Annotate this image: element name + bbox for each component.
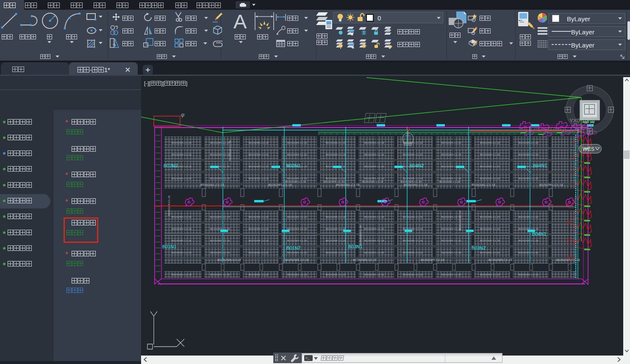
svg-text:B01N2W5-C1-26: B01N2W5-C1-26 [172,239,191,242]
svg-text:B01N2W5-C1-20: B01N2W5-C1-20 [249,228,269,230]
svg-text:B03N1: B03N1 [348,244,363,249]
svg-text:B04N1: B04N1 [533,163,547,168]
svg-text:B02N2W5-C2-18: B02N2W5-C2-18 [210,153,230,156]
svg-text:B01N2W5-C1-20: B01N2W5-C1-20 [326,239,346,242]
svg-text:B01N2W5-C1-20: B01N2W5-C1-20 [210,142,230,144]
svg-text:B01N2W5-C1-26: B01N2W5-C1-26 [401,180,422,183]
svg-text:B02N2W5-C2-18: B02N2W5-C2-18 [441,153,461,156]
svg-text:B01N2W5-C1-26: B01N2W5-C1-26 [364,251,384,254]
svg-text:B04N1: B04N1 [532,231,547,236]
svg-text:B03N2: B03N2 [472,245,486,250]
svg-text:B01N2W5-C1-26: B01N2W5-C1-26 [403,177,423,180]
svg-text:B01N2W5-C1-20: B01N2W5-C1-20 [287,251,307,254]
svg-text:B01N2W5-C1-20: B01N2W5-C1-20 [326,142,346,144]
svg-text:B02N2: B02N2 [164,163,178,168]
svg-text:B02N2W5-C2-18: B02N2W5-C2-18 [364,142,384,144]
svg-text:B01N2W5-C1-26: B01N2W5-C1-26 [364,153,384,156]
svg-text:B01N2W5-C1-26: B01N2W5-C1-26 [480,153,500,156]
svg-text:B02N2W5-C2-18: B02N2W5-C2-18 [210,216,230,218]
svg-text:B01N2W5-C1-20: B01N2W5-C1-20 [439,180,461,183]
svg-text:B01N2W5-C1-20: B01N2W5-C1-20 [287,216,307,218]
svg-text:B01N2W5-C1-20: B01N2W5-C1-20 [441,142,461,144]
svg-text:B01N2W5-C1-20: B01N2W5-C1-20 [480,273,500,276]
svg-text:B02N2W5-C2-18: B02N2W5-C2-18 [287,273,307,276]
svg-text:B04N2: B04N2 [410,163,424,168]
svg-text:B02N2W5-C2-18: B02N2W5-C2-18 [480,142,500,144]
svg-text:B01N2W5-C1-26: B01N2W5-C1-26 [287,177,307,180]
svg-text:B01N2W5-C1-26: B01N2W5-C1-26 [480,251,500,254]
svg-text:B02N2W5-C2-18: B02N2W5-C2-18 [285,258,309,261]
svg-text:B02N2W5-C2-18: B02N2W5-C2-18 [364,239,384,242]
svg-text:B02N2W5-C2-18: B02N2W5-C2-18 [480,177,500,180]
svg-text:B01N2W5-C1-20: B01N2W5-C1-20 [326,177,346,180]
svg-text:B03N2W5-C1-18: B03N2W5-C1-18 [359,225,362,245]
svg-text:B01N2W5-C1-20: B01N2W5-C1-20 [172,153,191,156]
svg-text:B02N2W5-C2-18: B02N2W5-C2-18 [249,177,269,180]
svg-text:B01N2: B01N2 [286,245,301,250]
svg-text:B01N2W5-C1-20: B01N2W5-C1-20 [364,273,384,276]
svg-text:φ: φ [181,111,185,118]
svg-text:B01N2W5-C1-20: B01N2W5-C1-20 [364,165,384,168]
svg-text:B01N2W5-C1-20: B01N2W5-C1-20 [480,165,500,168]
svg-text:B02N2W1-C2-18: B02N2W1-C2-18 [539,183,563,186]
svg-text:B02N2W5-C2-18: B02N2W5-C2-18 [326,216,346,218]
svg-text:B03N2W5-C2-18: B03N2W5-C2-18 [458,210,461,231]
svg-text:B02N2W1-C2-18: B02N2W1-C2-18 [268,183,292,186]
svg-text:B02N2W1-C2-18: B02N2W1-C2-18 [336,183,360,186]
svg-text:B02N2W5-C2-18: B02N2W5-C2-18 [364,177,384,180]
svg-text:B02N2W5-C2-18: B02N2W5-C2-18 [326,251,346,254]
svg-text:B01N2W5-C1-20: B01N2W5-C1-20 [519,251,538,254]
svg-text:B01N2W5-C1-20: B01N2W5-C1-20 [210,239,230,242]
svg-text:B01N2W5-C1-26: B01N2W5-C1-26 [441,273,461,276]
svg-text:B01N2W5-C1-26: B01N2W5-C1-26 [249,153,269,156]
svg-text:B01N2W5-C1-26: B01N2W5-C1-26 [403,239,423,242]
svg-text:B01N2W5-C1-20: B01N2W5-C1-20 [324,180,345,183]
svg-text:B01N2W5-C1-26: B01N2W5-C1-26 [249,251,269,254]
svg-text:B02N2W5-C2-18: B02N2W5-C2-18 [403,273,423,276]
svg-text:B02N2W5-C2-18: B02N2W5-C2-18 [172,273,191,276]
svg-text:B02N2W5-C2-18: B02N2W5-C2-18 [287,228,307,230]
svg-text:B01N2W5-C1-20: B01N2W5-C1-20 [403,153,423,156]
svg-text:B01N2W5-C1-20: B01N2W5-C1-20 [287,153,307,156]
svg-text:B01N2W5-C1-26: B01N2W5-C1-26 [249,216,269,218]
svg-text:B01N2W5-C1-20: B01N2W5-C1-20 [519,216,538,218]
svg-text:B01N2W5-C1-20: B01N2W5-C1-20 [403,251,423,254]
svg-text:B01N2W5-C1-20: B01N2W5-C1-20 [249,273,269,276]
svg-text:B02N2W5-C2-18: B02N2W5-C2-18 [519,273,538,276]
svg-text:B01N2W5-C1-26: B01N2W5-C1-26 [364,216,384,218]
svg-text:B01N2W5-C1-26: B01N2W5-C1-26 [285,180,306,183]
svg-text:B01N2W5-C1-26: B01N2W5-C1-26 [519,239,538,242]
svg-text:B01N2W5-C1-26: B01N2W5-C1-26 [210,273,230,276]
svg-text:B01N2W5-C1-26: B01N2W5-C1-26 [519,142,538,144]
svg-text:B01N2W5-C1-26: B01N2W5-C1-26 [287,142,307,144]
svg-text:B02N2W5-C2-18: B02N2W5-C2-18 [249,239,269,242]
svg-text:B01N1: B01N1 [162,244,177,249]
svg-text:B02N2W5-C2-18: B02N2W5-C2-18 [488,258,512,261]
svg-text:B02N1: B02N1 [286,163,301,168]
svg-text:B01N2W5-C1-26: B01N2W5-C1-26 [326,228,346,230]
svg-text:B02N2W1-C2-18: B02N2W1-C2-18 [472,183,495,186]
svg-text:B01N2W5-C1-20: B01N2W5-C1-20 [519,153,538,156]
svg-text:B01N2W5-C1-26: B01N2W5-C1-26 [326,273,346,276]
svg-text:B01N2W5-C1-20: B01N2W5-C1-20 [364,228,384,230]
svg-text:B02N2W5-C2-18: B02N2W5-C2-18 [480,239,500,242]
svg-text:B02N2W5-C2-18: B02N2W5-C2-18 [362,180,383,183]
svg-text:B02N2W5-C2-18: B02N2W5-C2-18 [353,258,377,261]
svg-text:B01N2W5-C1-20: B01N2W5-C1-20 [172,216,191,218]
svg-text:B02N2W5-C1-18: B02N2W5-C1-18 [228,140,231,161]
svg-text:B02N2W5-C2-18: B02N2W5-C2-18 [556,258,580,261]
svg-text:B02N2W5-C2-18: B02N2W5-C2-18 [217,258,241,261]
svg-text:B01N2W5-C1-20: B01N2W5-C1-20 [249,165,269,168]
svg-text:B01N2W5-C1-20: B01N2W5-C1-20 [441,239,461,242]
svg-text:B01N2W5-C1-26: B01N2W5-C1-26 [519,177,538,180]
svg-text:B01N2W5-C1-20: B01N2W5-C1-20 [172,251,191,254]
svg-text:B01N2W5-C1-26: B01N2W5-C1-26 [172,142,191,144]
svg-text:B01N2W5-C1-26: B01N2W5-C1-26 [172,177,191,180]
svg-text:B02N2W1-C2-18: B02N2W1-C2-18 [200,183,224,186]
svg-text:B01N2W5-C1-20: B01N2W5-C1-20 [403,216,423,218]
svg-text:B01N2W5-C1-20: B01N2W5-C1-20 [480,228,500,230]
svg-text:B01N2W5-C1-20: B01N2W5-C1-20 [210,177,230,180]
svg-text:B01N2W5-C1-20: B01N2W5-C1-20 [441,177,461,180]
svg-text:B02N2W5-C2-18: B02N2W5-C2-18 [421,258,444,261]
svg-text:B02N2W5-C2-18: B02N2W5-C2-18 [249,142,269,144]
